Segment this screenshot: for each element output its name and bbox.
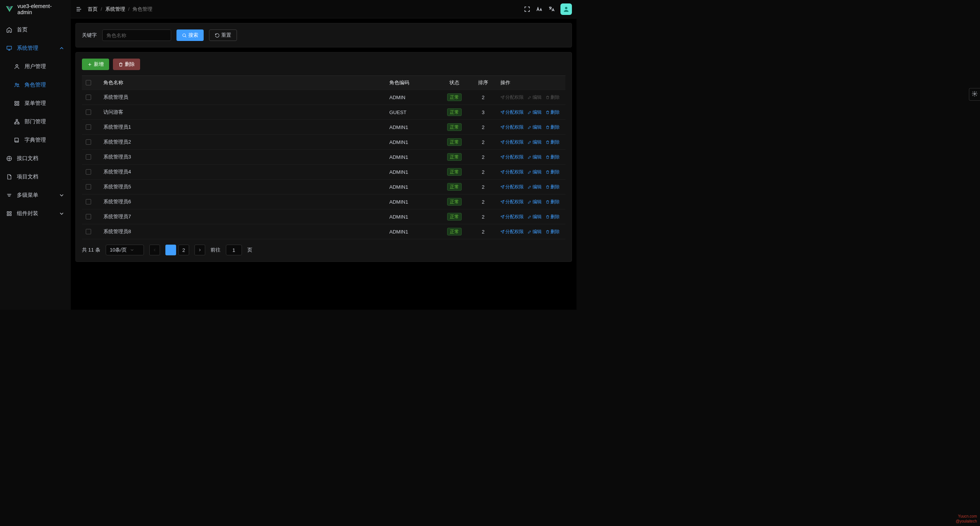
- row-checkbox[interactable]: [86, 229, 91, 234]
- menu-user[interactable]: 用户管理: [0, 57, 71, 76]
- next-page-button[interactable]: [194, 245, 205, 255]
- goto-input[interactable]: [226, 245, 242, 255]
- delete-link[interactable]: 删除: [546, 109, 560, 116]
- delete-link: 删除: [546, 94, 560, 101]
- search-button[interactable]: 搜索: [176, 29, 204, 41]
- fullscreen-icon[interactable]: [524, 6, 531, 13]
- prev-page-button[interactable]: [149, 245, 160, 255]
- cell-status: 正常: [439, 194, 470, 209]
- svg-rect-13: [10, 212, 11, 213]
- edit-link[interactable]: 编辑: [528, 169, 542, 175]
- trash-icon: [546, 95, 550, 100]
- edit-link[interactable]: 编辑: [528, 229, 542, 235]
- edit-link[interactable]: 编辑: [528, 154, 542, 160]
- svg-rect-15: [10, 214, 11, 216]
- reset-button[interactable]: 重置: [209, 29, 237, 41]
- row-checkbox[interactable]: [86, 214, 91, 219]
- edit-icon: [528, 170, 532, 174]
- send-icon: [500, 230, 505, 234]
- assign-perms-link[interactable]: 分配权限: [500, 229, 524, 235]
- svg-rect-12: [7, 212, 9, 213]
- assign-perms-link[interactable]: 分配权限: [500, 199, 524, 205]
- row-checkbox[interactable]: [86, 184, 91, 189]
- delete-link[interactable]: 删除: [546, 169, 560, 175]
- cell-status: 正常: [439, 150, 470, 165]
- trash-icon: [546, 230, 550, 234]
- trash-icon: [546, 110, 550, 114]
- delete-link[interactable]: 删除: [546, 199, 560, 205]
- menu-multi-menu[interactable]: 多级菜单: [0, 186, 71, 204]
- table-row: 系统管理员3ADMIN1正常2分配权限编辑删除: [82, 150, 565, 165]
- avatar[interactable]: [560, 3, 572, 15]
- edit-link[interactable]: 编辑: [528, 109, 542, 116]
- crumb[interactable]: 首页: [88, 6, 98, 13]
- svg-rect-9: [15, 123, 16, 124]
- language-icon[interactable]: [548, 6, 555, 13]
- page-2-button[interactable]: 2: [178, 245, 189, 255]
- fontsize-icon[interactable]: [536, 6, 543, 13]
- cell-status: 正常: [439, 90, 470, 105]
- menu-dept[interactable]: 部门管理: [0, 113, 71, 131]
- search-icon: [182, 33, 187, 38]
- delete-button[interactable]: 删除: [113, 59, 140, 70]
- row-checkbox[interactable]: [86, 109, 91, 115]
- assign-perms-link[interactable]: 分配权限: [500, 124, 524, 131]
- row-checkbox[interactable]: [86, 154, 91, 160]
- row-checkbox[interactable]: [86, 95, 91, 100]
- table-card: 新增 删除 角色名称 角色编码 状态 排序: [75, 52, 572, 262]
- row-checkbox[interactable]: [86, 139, 91, 145]
- cell-code: ADMIN1: [385, 194, 439, 209]
- edit-link[interactable]: 编辑: [528, 199, 542, 205]
- send-icon: [500, 95, 505, 100]
- topbar: 首页/系统管理/角色管理: [71, 0, 577, 18]
- delete-link[interactable]: 删除: [546, 154, 560, 160]
- assign-perms-link[interactable]: 分配权限: [500, 154, 524, 160]
- col-sort: 排序: [470, 76, 497, 90]
- row-checkbox[interactable]: [86, 199, 91, 204]
- select-all-checkbox[interactable]: [86, 80, 91, 85]
- edit-link[interactable]: 编辑: [528, 184, 542, 190]
- menu-menu-mgmt[interactable]: 菜单管理: [0, 94, 71, 113]
- delete-link[interactable]: 删除: [546, 229, 560, 235]
- edit-link[interactable]: 编辑: [528, 139, 542, 145]
- edit-icon: [528, 185, 532, 189]
- menu-home[interactable]: 首页: [0, 21, 71, 39]
- edit-icon: [528, 95, 532, 100]
- edit-link[interactable]: 编辑: [528, 124, 542, 131]
- assign-perms-link[interactable]: 分配权限: [500, 214, 524, 220]
- doc-icon: [6, 174, 12, 180]
- add-button[interactable]: 新增: [82, 59, 109, 70]
- hamburger-icon[interactable]: [75, 6, 82, 13]
- menu-dict[interactable]: 字典管理: [0, 131, 71, 149]
- cell-code: ADMIN: [385, 90, 439, 105]
- page-1-button[interactable]: 1: [165, 245, 176, 255]
- svg-point-17: [183, 34, 186, 37]
- menu-proj-doc[interactable]: 项目文档: [0, 168, 71, 186]
- menu-role[interactable]: 角色管理: [0, 76, 71, 94]
- menu-system[interactable]: 系统管理: [0, 39, 71, 57]
- delete-link[interactable]: 删除: [546, 124, 560, 131]
- assign-perms-link[interactable]: 分配权限: [500, 169, 524, 175]
- delete-link[interactable]: 删除: [546, 214, 560, 220]
- delete-link[interactable]: 删除: [546, 139, 560, 145]
- assign-perms-link[interactable]: 分配权限: [500, 109, 524, 116]
- edit-icon: [528, 125, 532, 129]
- page-size-select[interactable]: 10条/页: [106, 245, 144, 255]
- logo[interactable]: vue3-element-admin: [0, 0, 71, 18]
- delete-link[interactable]: 删除: [546, 184, 560, 190]
- assign-perms-link[interactable]: 分配权限: [500, 184, 524, 190]
- menu-api-doc[interactable]: 接口文档: [0, 149, 71, 168]
- menu-components[interactable]: 组件封装: [0, 204, 71, 223]
- row-checkbox[interactable]: [86, 169, 91, 175]
- edit-link[interactable]: 编辑: [528, 214, 542, 220]
- plus-icon: [87, 62, 92, 67]
- assign-perms-link[interactable]: 分配权限: [500, 139, 524, 145]
- keyword-input[interactable]: [102, 29, 171, 41]
- cell-status: 正常: [439, 105, 470, 120]
- cell-code: GUEST: [385, 105, 439, 120]
- table-row: 系统管理员5ADMIN1正常2分配权限编辑删除: [82, 180, 565, 194]
- cell-status: 正常: [439, 180, 470, 194]
- crumb[interactable]: 系统管理: [105, 6, 125, 13]
- col-status: 状态: [439, 76, 470, 90]
- row-checkbox[interactable]: [86, 124, 91, 130]
